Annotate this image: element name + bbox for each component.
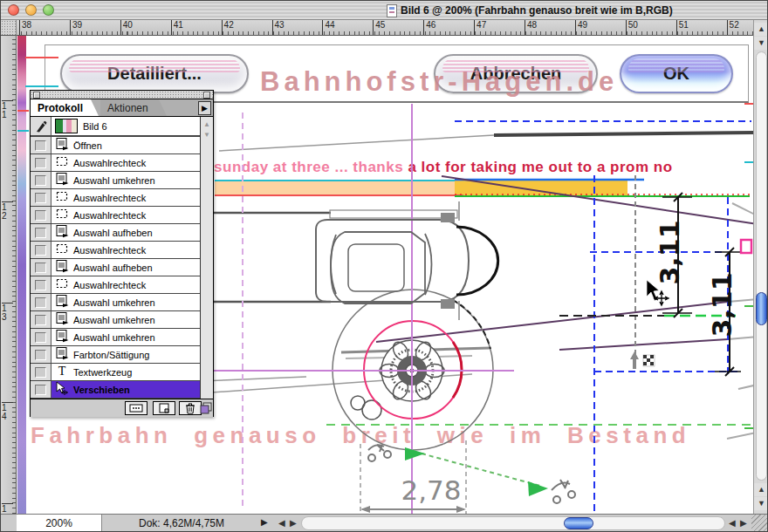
v-ruler-label-13: 1 3	[2, 303, 13, 322]
marquee-icon	[51, 207, 72, 224]
tab-aktionen[interactable]: Aktionen	[100, 99, 167, 116]
history-state-icon	[51, 329, 72, 346]
marquee-icon	[51, 276, 72, 294]
status-menu-arrow-icon[interactable]: ▶	[261, 517, 268, 527]
tab-protokoll[interactable]: Protokoll	[31, 99, 99, 116]
pin-marker	[630, 351, 639, 369]
history-palette: Protokoll Aktionen ▶ Bild 6 ÖffnenAuswah…	[30, 90, 214, 417]
history-source-checkbox[interactable]	[31, 242, 51, 258]
title-bar[interactable]: Bild 6 @ 200% (Fahrbahn genauso breit wi…	[1, 1, 768, 20]
palette-tabs: Protokoll Aktionen ▶	[31, 99, 213, 117]
history-item--ffnen[interactable]: Öffnen	[31, 137, 200, 154]
history-state-icon	[51, 311, 72, 329]
vertical-scroll-thumb[interactable]	[756, 292, 767, 325]
history-item-label: Auswahl aufheben	[72, 263, 153, 273]
history-source-checkbox[interactable]	[31, 207, 51, 223]
history-source-checkbox[interactable]	[31, 329, 51, 345]
scroll-up-icon-bottom[interactable]: ▲	[754, 483, 768, 496]
palette-zoom-box[interactable]	[203, 92, 210, 99]
abbrechen-button[interactable]: Abbrechen	[434, 54, 598, 93]
palette-close-box[interactable]	[33, 92, 40, 99]
dimension-value-311-upper: 3,11	[655, 222, 685, 285]
h-ruler-label-40: 40	[120, 20, 133, 35]
left-color-band	[17, 36, 26, 514]
horizontal-scroll-track[interactable]	[301, 516, 725, 530]
window-resize-grip[interactable]	[751, 515, 768, 532]
photoshop-document-window: Bild 6 @ 200% (Fahrbahn genauso breit wi…	[0, 0, 768, 532]
new-document-from-state-button[interactable]	[125, 401, 147, 415]
history-item-auswahlrechteck[interactable]: Auswahlrechteck	[31, 154, 200, 172]
minimize-button[interactable]	[25, 4, 37, 16]
vertical-ruler[interactable]: 1 11 21 31 41 5	[1, 36, 17, 514]
scroll-down-icon-bottom[interactable]: ▼	[754, 497, 768, 510]
horizontal-ruler[interactable]: 383940414243444546474849505152	[1, 20, 753, 36]
history-source-checkbox[interactable]	[31, 224, 51, 241]
scroll-left-icon[interactable]: ◀	[278, 518, 285, 528]
history-item-auswahl-aufheben[interactable]: Auswahl aufheben	[31, 224, 200, 242]
palette-menu-arrow[interactable]: ▶	[198, 101, 211, 115]
road-edge-line	[494, 133, 753, 135]
history-item-auswahl-umkehren[interactable]: Auswahl umkehren	[31, 294, 200, 311]
history-source-checkbox[interactable]	[31, 381, 51, 398]
history-source-checkbox[interactable]	[31, 346, 51, 363]
h-ruler-label-50: 50	[626, 20, 638, 35]
snapshot-row[interactable]: Bild 6	[31, 117, 200, 137]
scroll-up-icon[interactable]: ▲	[754, 23, 768, 36]
history-item-label: Öffnen	[72, 140, 102, 151]
history-item-auswahlrechteck[interactable]: Auswahlrechteck	[31, 189, 200, 207]
new-snapshot-button[interactable]	[153, 401, 175, 415]
palette-scrollbar[interactable]: ▲ ▼	[201, 117, 213, 399]
history-item-farbton-s-ttigung[interactable]: Farbton/Sättigung	[31, 346, 200, 364]
palette-title-bar[interactable]	[31, 91, 213, 99]
history-item-auswahl-umkehren[interactable]: Auswahl umkehren	[31, 329, 200, 346]
history-source-checkbox[interactable]	[31, 154, 51, 171]
history-source-checkbox[interactable]	[31, 172, 51, 188]
history-item-auswahl-umkehren[interactable]: Auswahl umkehren	[31, 172, 200, 189]
palette-scroll-down-icon[interactable]: ▼	[201, 131, 213, 139]
vertical-scroll-track[interactable]	[756, 51, 767, 481]
history-brush-icon[interactable]	[31, 117, 51, 135]
lane-lines	[200, 213, 331, 302]
v-ruler-label-12: 1 2	[2, 201, 13, 221]
palette-scroll-up-icon[interactable]: ▲	[201, 120, 213, 128]
history-state-icon	[51, 224, 72, 242]
h-ruler-label-47: 47	[474, 20, 486, 35]
palette-resize-grabber[interactable]	[199, 401, 213, 415]
scroll-left-icon-right[interactable]: ◀	[729, 518, 736, 528]
detailliert-button[interactable]: Detailliert...	[60, 54, 249, 93]
svg-text:T: T	[58, 365, 66, 378]
history-source-checkbox[interactable]	[31, 189, 51, 206]
scroll-right-icon-right[interactable]: ▶	[740, 518, 747, 528]
history-state-icon	[51, 294, 72, 311]
green-marker-arrow-2	[528, 481, 548, 496]
h-ruler-label-44: 44	[322, 20, 334, 35]
horizontal-scroll-thumb[interactable]	[564, 517, 593, 529]
history-item-auswahl-aufheben[interactable]: Auswahl aufheben	[31, 259, 200, 276]
history-source-checkbox[interactable]	[31, 276, 51, 293]
history-item-verschieben[interactable]: Verschieben	[31, 381, 200, 399]
ok-button[interactable]: OK	[620, 54, 733, 93]
vertical-scrollbar[interactable]: ▲ ▼ ▲ ▼	[753, 20, 768, 514]
history-source-checkbox[interactable]	[31, 259, 51, 276]
history-source-checkbox[interactable]	[31, 311, 51, 328]
history-state-icon	[51, 172, 72, 189]
scroll-right-icon[interactable]: ▶	[290, 518, 297, 528]
history-state-icon	[51, 259, 72, 276]
history-source-checkbox[interactable]	[31, 294, 51, 310]
history-source-checkbox[interactable]	[31, 137, 51, 153]
zoom-window-button[interactable]	[43, 4, 54, 16]
zoom-level-field[interactable]: 200%	[17, 515, 102, 532]
history-item-auswahlrechteck[interactable]: Auswahlrechteck	[31, 207, 200, 224]
history-item-textwerkzeug[interactable]: TTextwerkzeug	[31, 364, 200, 381]
close-button[interactable]	[8, 4, 19, 16]
history-source-checkbox[interactable]	[31, 364, 51, 380]
status-bar: 200% Dok: 4,62M/4,75M ▶ ◀ ▶ ◀ ▶	[1, 514, 768, 532]
history-list: ÖffnenAuswahlrechteckAuswahl umkehrenAus…	[31, 137, 200, 399]
history-item-auswahl-umkehren[interactable]: Auswahl umkehren	[31, 311, 200, 329]
history-item-auswahlrechteck[interactable]: Auswahlrechteck	[31, 242, 200, 259]
scroll-down-icon[interactable]: ▼	[754, 37, 768, 50]
history-item-label: Auswahlrechteck	[72, 158, 146, 168]
scooter-symbol-2	[552, 480, 575, 503]
history-item-label: Auswahl umkehren	[72, 315, 155, 325]
history-item-auswahlrechteck[interactable]: Auswahlrechteck	[31, 276, 200, 294]
